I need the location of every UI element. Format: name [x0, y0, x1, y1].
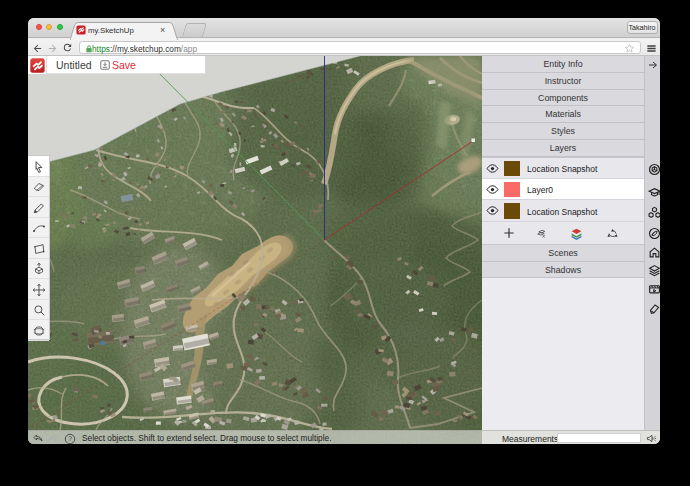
svg-text:?: ?: [68, 435, 72, 442]
